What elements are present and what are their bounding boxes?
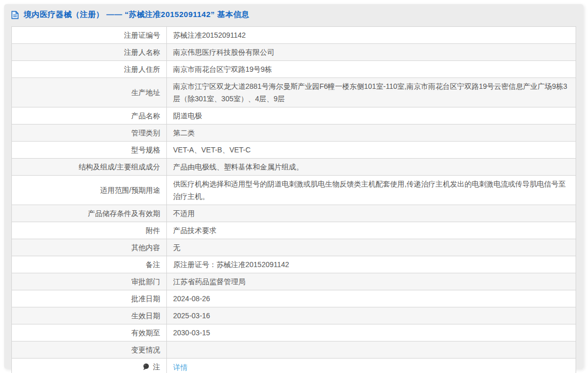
balloon-icon	[143, 362, 149, 373]
row-label-text: 附件	[146, 226, 160, 235]
row-label-text: 注册人名称	[124, 48, 160, 56]
row-label-text: 其他内容	[131, 243, 160, 252]
table-row: 生效日期 2025-03-16	[12, 307, 576, 324]
row-label-text: 型号规格	[131, 146, 160, 154]
table-row: 生产地址 南京市江宁区双龙大道2881号海尔曼斯产业园F6幢一楼东侧101室-1…	[12, 78, 576, 107]
table-row: 管理类别 第二类	[12, 125, 576, 142]
row-value-text: 2025-03-16	[173, 312, 210, 320]
row-value-text: 供医疗机构选择和适用型号的阴道电刺激或肌电生物反馈类主机配套使用,传递治疗主机发…	[173, 180, 566, 200]
row-value: 2030-03-15	[167, 324, 576, 341]
table-row: 注 详情	[12, 359, 576, 373]
row-label: 变更情况	[12, 341, 167, 359]
row-label-text: 有效期至	[131, 329, 160, 337]
row-value-text: 南京伟思医疗科技股份有限公司	[173, 48, 274, 56]
row-label: 适用范围/预期用途	[12, 176, 167, 205]
row-label-text: 备注	[146, 260, 160, 269]
row-value: 南京市江宁区双龙大道2881号海尔曼斯产业园F6幢一楼东侧101室-110室,南…	[167, 78, 576, 107]
row-value-text: 无	[173, 243, 180, 252]
row-label: 生效日期	[12, 307, 167, 324]
row-label: 附件	[12, 222, 167, 239]
row-value: 产品技术要求	[167, 222, 576, 239]
row-value	[167, 341, 576, 359]
row-value-text: 阴道电极	[173, 112, 202, 120]
table-row: 变更情况	[12, 341, 576, 359]
row-label: 结构及组成/主要组成成分	[12, 159, 167, 176]
row-value-text: 南京市雨花台区宁双路19号9栋	[173, 65, 272, 73]
row-value-text: 不适用	[173, 209, 195, 217]
row-label: 生产地址	[12, 78, 167, 107]
row-value-text: 2030-03-15	[173, 329, 210, 337]
row-value: 原注册证号：苏械注准20152091142	[167, 256, 576, 273]
row-value: VET-A、VET-B、VET-C	[167, 142, 576, 159]
row-value: 苏械注准20152091142	[167, 27, 576, 44]
row-value-text: 原注册证号：苏械注准20152091142	[173, 260, 289, 269]
row-value-text: 产品技术要求	[173, 226, 216, 235]
row-value: 产品由电极线、塑料基体和金属片组成。	[167, 159, 576, 176]
row-label: 注册人住所	[12, 61, 167, 78]
row-value: 不适用	[167, 205, 576, 222]
table-row: 批准日期 2024-08-26	[12, 290, 576, 307]
row-label-text: 批准日期	[131, 294, 160, 303]
row-label-text: 审批部门	[131, 277, 160, 286]
row-label: 有效期至	[12, 324, 167, 341]
registration-info-table: 注册证编号 苏械注准20152091142 注册人名称 南京伟思医疗科技股份有限…	[11, 26, 576, 373]
row-value-text: 南京市江宁区双龙大道2881号海尔曼斯产业园F6幢一楼东侧101室-110室,南…	[173, 82, 567, 103]
row-label-text: 变更情况	[131, 346, 160, 354]
row-value-text: 苏械注准20152091142	[173, 31, 246, 39]
table-row: 审批部门 江苏省药品监督管理局	[12, 273, 576, 290]
table-row: 有效期至 2030-03-15	[12, 324, 576, 341]
row-label: 产品名称	[12, 107, 167, 125]
row-value: 无	[167, 239, 576, 256]
row-value-text: VET-A、VET-B、VET-C	[173, 146, 251, 154]
row-label: 其他内容	[12, 239, 167, 256]
table-row: 注册人名称 南京伟思医疗科技股份有限公司	[12, 44, 576, 61]
row-label-text: 生产地址	[131, 88, 160, 97]
row-label: 审批部门	[12, 273, 167, 290]
table-row: 其他内容 无	[12, 239, 576, 256]
table-row: 产品储存条件及有效期 不适用	[12, 205, 576, 222]
table-row: 备注 原注册证号：苏械注准20152091142	[12, 256, 576, 273]
row-label-text: 注册证编号	[124, 31, 160, 39]
table-row: 型号规格 VET-A、VET-B、VET-C	[12, 142, 576, 159]
row-value: 第二类	[167, 125, 576, 142]
panel-header: 境内医疗器械（注册） —— “苏械注准20152091142” 基本信息	[4, 4, 583, 25]
table-row: 注册人住所 南京市雨花台区宁双路19号9栋	[12, 61, 576, 78]
row-label: 批准日期	[12, 290, 167, 307]
details-link[interactable]: 详情	[173, 363, 188, 371]
document-icon	[11, 11, 19, 19]
row-label: 型号规格	[12, 142, 167, 159]
basic-info-panel: 境内医疗器械（注册） —— “苏械注准20152091142” 基本信息 注册证…	[4, 4, 583, 369]
table-row: 产品名称 阴道电极	[12, 107, 576, 125]
row-value-text: 2024-08-26	[173, 294, 210, 303]
row-label-text: 结构及组成/主要组成成分	[79, 163, 160, 171]
row-label: 管理类别	[12, 125, 167, 142]
row-label-text: 产品名称	[131, 112, 160, 120]
row-value: 南京市雨花台区宁双路19号9栋	[167, 61, 576, 78]
row-label-text: 适用范围/预期用途	[100, 186, 160, 194]
row-value-text: 第二类	[173, 129, 195, 137]
table-row: 注册证编号 苏械注准20152091142	[12, 27, 576, 44]
row-value: 2024-08-26	[167, 290, 576, 307]
info-table-body: 注册证编号 苏械注准20152091142 注册人名称 南京伟思医疗科技股份有限…	[12, 27, 576, 373]
row-value: 2025-03-16	[167, 307, 576, 324]
row-label: 产品储存条件及有效期	[12, 205, 167, 222]
table-row: 适用范围/预期用途 供医疗机构选择和适用型号的阴道电刺激或肌电生物反馈类主机配套…	[12, 176, 576, 205]
row-value: 详情	[167, 359, 576, 373]
row-label: 注册人名称	[12, 44, 167, 61]
row-label-text: 管理类别	[131, 129, 160, 137]
row-label-text: 产品储存条件及有效期	[88, 209, 160, 217]
row-label: 备注	[12, 256, 167, 273]
row-value: 阴道电极	[167, 107, 576, 125]
row-label-text: 生效日期	[131, 312, 160, 320]
row-value: 江苏省药品监督管理局	[167, 273, 576, 290]
row-label: 注册证编号	[12, 27, 167, 44]
row-value: 供医疗机构选择和适用型号的阴道电刺激或肌电生物反馈类主机配套使用,传递治疗主机发…	[167, 176, 576, 205]
page-title: 境内医疗器械（注册） —— “苏械注准20152091142” 基本信息	[24, 10, 249, 20]
row-label: 注	[12, 359, 167, 373]
row-value-text: 江苏省药品监督管理局	[173, 277, 245, 286]
table-row: 结构及组成/主要组成成分 产品由电极线、塑料基体和金属片组成。	[12, 159, 576, 176]
table-row: 附件 产品技术要求	[12, 222, 576, 239]
row-value-text: 产品由电极线、塑料基体和金属片组成。	[173, 163, 303, 171]
row-value: 南京伟思医疗科技股份有限公司	[167, 44, 576, 61]
row-label-text: 注	[153, 363, 160, 371]
